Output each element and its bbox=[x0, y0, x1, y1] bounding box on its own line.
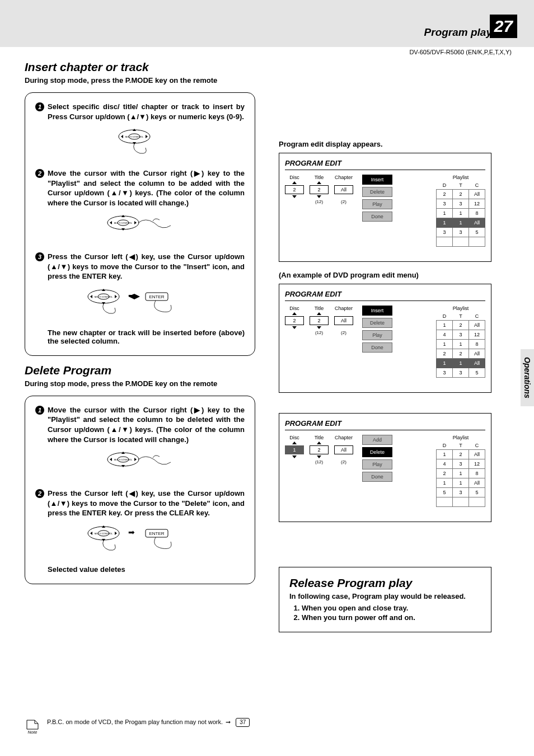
triangle-down-icon bbox=[292, 195, 297, 198]
triangle-up-icon bbox=[317, 181, 321, 184]
playlist-row: 11All bbox=[437, 359, 485, 368]
side-tab-operations: Operations bbox=[521, 349, 534, 406]
triangle-up-icon bbox=[292, 181, 297, 184]
panel-button: Delete bbox=[362, 187, 392, 197]
svg-marker-20 bbox=[115, 295, 117, 298]
playlist-row-empty bbox=[437, 237, 485, 247]
page-ref: 37 bbox=[236, 718, 250, 727]
svg-marker-39 bbox=[115, 532, 117, 535]
svg-text:ENTER: ENTER bbox=[149, 531, 164, 536]
footnote-text: P.B.C. on mode of VCD, the Progam play f… bbox=[47, 718, 250, 727]
right-column: Program edit display appears. PROGRAM ED… bbox=[279, 140, 491, 632]
delete-step2: Press the Cursor left (◀) key, use the C… bbox=[48, 489, 245, 518]
panel-button: Play bbox=[362, 459, 392, 469]
panel-button: Play bbox=[362, 330, 392, 340]
insert-note: The new chapter or track will be inserte… bbox=[48, 328, 245, 345]
multi-control-enter-icon: MULTI CONTROL ➡ ENTER bbox=[84, 288, 196, 316]
delete-subhead: During stop mode, press the P.MODE key o… bbox=[25, 379, 255, 388]
playlist-row: 118 bbox=[437, 209, 485, 218]
section-label: Program play bbox=[424, 26, 492, 39]
triangle-down-icon bbox=[317, 195, 321, 198]
release-lead: In following case, Program play would be… bbox=[289, 592, 481, 600]
multi-control-hand-illustration: MULTI CONTROL bbox=[35, 214, 245, 240]
panel-button: Delete bbox=[362, 447, 392, 457]
triangle-up-icon bbox=[317, 442, 321, 444]
program-edit-panel-1: PROGRAM EDIT Disc 2 Title 2 (12) Chapter… bbox=[279, 153, 491, 262]
playlist-row-empty bbox=[437, 497, 485, 507]
playlist-row: 12All bbox=[437, 321, 485, 330]
playlist-row: 535 bbox=[437, 488, 485, 497]
svg-text:MULTI CONTROL: MULTI CONTROL bbox=[95, 532, 113, 535]
svg-marker-38 bbox=[90, 532, 92, 535]
release-title: Release Program play bbox=[289, 576, 481, 590]
insert-step1: Select specific disc/ title/ chapter or … bbox=[48, 102, 245, 121]
arrow-right-icon: ➞ bbox=[226, 718, 231, 726]
svg-marker-19 bbox=[90, 295, 92, 298]
release-item-2: When you turn power off and on. bbox=[302, 613, 481, 622]
playlist-row: 22All bbox=[437, 349, 485, 359]
button-column: AddDeletePlayDone bbox=[362, 435, 392, 484]
disc-col: Disc 1 bbox=[285, 435, 304, 459]
multi-control-hand-icon: MULTI CONTROL bbox=[104, 214, 176, 240]
step-number-1-icon: 1 bbox=[35, 102, 44, 111]
step-number-2-icon: 2 bbox=[35, 489, 44, 498]
playlist-row: 335 bbox=[437, 228, 485, 237]
svg-text:MULTI CONTROL: MULTI CONTROL bbox=[114, 222, 133, 224]
footnote-row: Note P.B.C. on mode of VCD, the Progam p… bbox=[25, 718, 255, 737]
triangle-down-icon bbox=[317, 456, 321, 458]
step-number-3-icon: 3 bbox=[35, 252, 44, 261]
insert-step3: Press the Cursor left (◀) key, use the C… bbox=[48, 252, 245, 281]
triangle-up-icon bbox=[292, 442, 297, 444]
panel-title: PROGRAM EDIT bbox=[285, 159, 485, 170]
panel-title: PROGRAM EDIT bbox=[285, 419, 485, 430]
svg-marker-6 bbox=[146, 135, 148, 138]
triangle-up-icon bbox=[292, 312, 297, 315]
panel-button: Insert bbox=[362, 175, 392, 185]
svg-marker-12 bbox=[110, 221, 112, 224]
multi-control-enter-illustration: MULTI CONTROL ➡ ENTER bbox=[35, 525, 245, 553]
delete-steps-box: 1 Move the cursor with the Cursor right … bbox=[25, 396, 255, 584]
panel-button: Add bbox=[362, 435, 392, 445]
step-number-1-icon: 1 bbox=[35, 406, 44, 415]
playlist-row: 22All bbox=[437, 190, 485, 199]
program-edit-panel-2: PROGRAM EDIT Disc 2 Title 2 (12) Chapter… bbox=[279, 284, 491, 393]
playlist: Playlist DTC 22All331211811All335 bbox=[436, 175, 485, 247]
release-box: Release Program play In following case, … bbox=[279, 567, 491, 632]
triangle-down-icon bbox=[317, 326, 321, 329]
panel2-heading: (An example of DVD program edit menu) bbox=[279, 271, 491, 279]
release-list: When you open and close tray. When you t… bbox=[302, 604, 481, 622]
program-edit-panel-3: PROGRAM EDIT Disc 1 Title 2 (12) Chapter… bbox=[279, 413, 491, 522]
playlist-row: 12All bbox=[437, 450, 485, 459]
svg-text:MULTI CONTROL: MULTI CONTROL bbox=[114, 458, 133, 461]
triangle-down-icon bbox=[292, 456, 297, 458]
panel-button: Play bbox=[362, 199, 392, 209]
delete-title: Delete Program bbox=[25, 364, 255, 377]
svg-marker-31 bbox=[110, 458, 112, 461]
playlist-row: 3312 bbox=[437, 199, 485, 209]
multi-control-hand-illustration: MULTI CONTROL bbox=[35, 451, 245, 476]
title-col: Title 2 (12) bbox=[310, 306, 329, 335]
triangle-up-icon bbox=[317, 312, 321, 315]
delete-step1: Move the cursor with the Cursor right (▶… bbox=[48, 405, 245, 444]
svg-text:➡: ➡ bbox=[128, 528, 135, 537]
release-item-1: When you open and close tray. bbox=[302, 604, 481, 612]
model-code: DV-605/DVF-R5060 (EN/K,P,E,T,X,Y) bbox=[409, 49, 512, 55]
multi-control-illustration: MULTI CONTROL bbox=[35, 128, 245, 156]
page-number-badge: 27 bbox=[490, 15, 517, 38]
triangle-down-icon bbox=[292, 326, 297, 329]
insert-steps-box: 1 Select specific disc/ title/ chapter o… bbox=[25, 92, 255, 356]
chapter-col: Chapter All (2) bbox=[334, 306, 353, 335]
playlist-row: 4312 bbox=[437, 459, 485, 469]
button-column: InsertDeletePlayDone bbox=[362, 175, 392, 224]
svg-text:Note: Note bbox=[28, 730, 38, 735]
panel-button: Insert bbox=[362, 306, 392, 316]
panel-button: Delete bbox=[362, 318, 392, 328]
svg-text:MULTI CONTROL: MULTI CONTROL bbox=[95, 295, 113, 298]
multi-control-icon: MULTI CONTROL bbox=[115, 128, 165, 156]
svg-marker-32 bbox=[134, 458, 137, 461]
panel-title: PROGRAM EDIT bbox=[285, 290, 485, 301]
playlist-row: 118 bbox=[437, 340, 485, 349]
playlist-row: 218 bbox=[437, 469, 485, 478]
insert-step2: Move the cursor with the Cursor right (▶… bbox=[48, 168, 245, 208]
disc-col: Disc 2 bbox=[285, 306, 304, 330]
